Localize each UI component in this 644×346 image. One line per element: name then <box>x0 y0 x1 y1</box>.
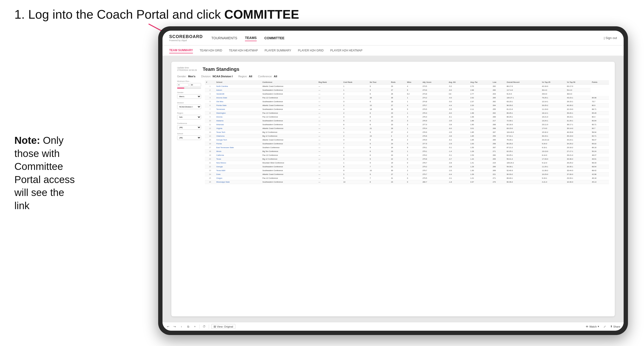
table-row: 21New MexicoMountain West Conference—191… <box>205 161 609 165</box>
division-filter-display: Division: NCAA Division I <box>201 75 232 78</box>
rank-cell: 21 <box>205 161 215 165</box>
rank-cell: 2 <box>205 88 215 92</box>
view-original-button[interactable]: ▤ View: Original <box>212 324 235 329</box>
col-rnds: Rnds <box>390 80 406 84</box>
school-name-cell: Illinois <box>215 150 261 153</box>
tablet-screen: SCOREBOARD Powered by clippd TOURNAMENTS… <box>162 31 624 331</box>
rank-cell: 8 <box>205 111 215 115</box>
col-vs-top25: Vs Top 25 <box>541 80 566 84</box>
table-row: 16FloridaSoutheastern Conference—7924427… <box>205 142 609 146</box>
nav-teams[interactable]: TEAMS <box>245 35 257 41</box>
division-select[interactable]: NCAA Division I <box>177 105 201 109</box>
sub-nav-player-h2h-grid[interactable]: PLAYER H2H GRID <box>298 48 324 53</box>
redo-icon[interactable]: ↪ <box>172 325 177 329</box>
table-row: 10AlabamaSoutheastern Conference—5623327… <box>205 119 609 123</box>
rank-cell: 6 <box>205 104 215 107</box>
table-row: 22GeorgiaSoutheastern Conference—8721127… <box>205 165 609 169</box>
points-cell: 85.98 <box>590 96 609 100</box>
school-name-cell: Auburn <box>215 88 261 92</box>
min-rounds-input[interactable] <box>177 83 188 87</box>
table-container: # School Conference Reg Rank Conf Rank N… <box>205 80 609 306</box>
conference-select[interactable]: (All) <box>177 125 201 130</box>
table-row: 25OregonPac-12 Conference—57210279.5-3.1… <box>205 176 609 180</box>
col-avg-sg: Avg. SG <box>448 80 469 84</box>
content-layout: Minimum Rou... Gender <box>177 80 609 306</box>
points-cell: 80.9 <box>590 104 609 107</box>
gender-select[interactable]: Men's <box>177 94 201 99</box>
points-cell: 66.16 <box>590 146 609 150</box>
table-row: 3VanderbiltSoutheastern Conference—28266… <box>205 92 609 96</box>
nav-tournaments[interactable]: TOURNAMENTS <box>212 35 237 41</box>
points-cell: 58.47 <box>590 138 609 142</box>
points-cell: 68.71 <box>590 107 609 111</box>
school-name-cell: California <box>215 153 261 157</box>
rank-cell: 7 <box>205 107 215 111</box>
col-school: School <box>215 80 261 84</box>
points-cell: 68.33 <box>590 161 609 165</box>
col-low: Low <box>492 80 506 84</box>
sub-nav-team-h2h-heatmap[interactable]: TEAM H2H HEATMAP <box>229 48 258 53</box>
table-row: 9ArizonaPac-12 Conference—38234276.3-6.1… <box>205 115 609 119</box>
points-cell: 60.7 <box>590 127 609 130</box>
school-name-cell: Georgia Tech <box>215 138 261 142</box>
standings-table: # School Conference Reg Rank Conf Rank N… <box>205 80 609 184</box>
copy-icon[interactable]: ⧉ <box>186 325 190 329</box>
table-row: 1North CarolinaAtlantic Coast Conference… <box>205 84 609 88</box>
note-text: Only those with Committee Portal access … <box>14 135 75 211</box>
min-rounds-group: Minimum Rou... <box>177 80 201 89</box>
rank-cell: 12 <box>205 127 215 130</box>
school-name-cell: New Mexico <box>215 161 261 165</box>
back-icon[interactable]: ‹ <box>179 325 184 329</box>
rank-cell: 25 <box>205 176 215 180</box>
card-title: Team Standings <box>203 66 240 72</box>
rounds-slider[interactable] <box>177 88 201 89</box>
sign-out-link[interactable]: | Sign out <box>604 36 617 40</box>
conference-filter-display: Conference: All <box>258 75 277 78</box>
watch-button[interactable]: 👁 Watch ▾ <box>586 325 599 328</box>
points-cell: 46.18 <box>590 176 609 180</box>
points-cell: 73.7 <box>590 100 609 104</box>
rank-cell: 10 <box>205 119 215 123</box>
school-name-cell: Florida <box>215 142 261 146</box>
scoreboard-logo: SCOREBOARD Powered by clippd <box>169 34 203 42</box>
gender-filter-display: Gender: Men's <box>177 75 195 78</box>
school-select[interactable]: (All) <box>177 136 201 140</box>
undo-icon[interactable]: ↩ <box>166 325 170 329</box>
sub-nav-team-summary[interactable]: TEAM SUMMARY <box>169 48 193 53</box>
region-filter-group: Region N/A <box>177 112 201 119</box>
nav-committee[interactable]: COMMITTEE <box>264 35 284 41</box>
sub-nav-team-h2h-grid[interactable]: TEAM H2H GRID <box>200 48 222 53</box>
note-container: Note: Only those with Committee Portal a… <box>14 134 82 212</box>
school-name-cell: Tennessee <box>215 107 261 111</box>
points-cell: 65.49 <box>590 111 609 115</box>
rank-cell: 22 <box>205 165 215 169</box>
rank-cell: 14 <box>205 134 215 138</box>
sub-nav-player-h2h-heatmap[interactable]: PLAYER H2H HEATMAP <box>330 48 362 53</box>
max-rounds-input[interactable] <box>190 83 201 87</box>
time-icon[interactable]: ⏱ <box>202 325 206 329</box>
region-select[interactable]: N/A <box>177 115 201 119</box>
school-name-cell: Arizona <box>215 115 261 119</box>
points-cell: 65.02 <box>590 142 609 146</box>
col-no-tour: No Tour <box>368 80 390 84</box>
col-reg-rank: Reg Rank <box>317 80 342 84</box>
sub-nav-player-summary[interactable]: PLAYER SUMMARY <box>264 48 291 53</box>
table-row: 17East Tennessee StateSouthern Conferenc… <box>205 146 609 150</box>
share-button[interactable]: ⬆ Share <box>610 325 620 328</box>
table-row: 6Florida StateAtlantic Coast Conference—… <box>205 104 609 107</box>
rank-cell: 24 <box>205 173 215 176</box>
points-cell: 46.91 <box>590 157 609 161</box>
rank-cell: 1 <box>205 84 215 88</box>
school-name-cell: Texas <box>215 157 261 161</box>
school-name-cell: Duke <box>215 173 261 176</box>
table-row: 7TennesseeSoutheastern Conference—418265… <box>205 107 609 111</box>
col-vs-top50: Vs Top 50 <box>566 80 590 84</box>
logo-text: SCOREBOARD <box>169 34 203 39</box>
school-name-cell: Georgia <box>215 165 261 169</box>
expand-icon[interactable]: ⤢ <box>602 325 607 329</box>
table-row: 5Ole MissSoutheastern Conference—3618127… <box>205 100 609 104</box>
plus-icon[interactable]: + <box>193 325 197 329</box>
rank-cell: 15 <box>205 138 215 142</box>
points-cell: 45.13 <box>590 180 609 184</box>
note-bold: Note: <box>14 135 40 146</box>
